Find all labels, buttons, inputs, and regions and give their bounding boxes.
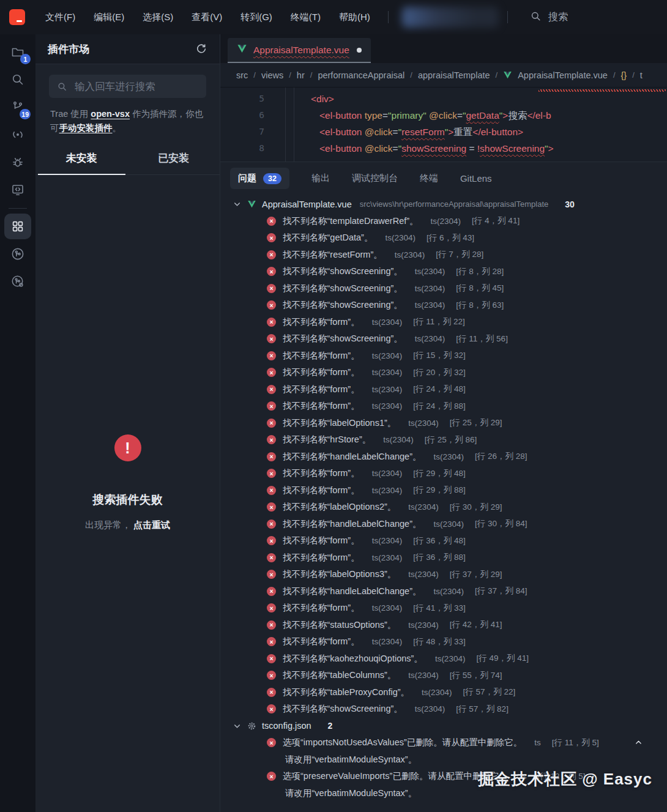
breadcrumb-item[interactable]: AppraisalTemplate.vue (518, 70, 608, 80)
problem-source: ts(2304) (415, 284, 445, 293)
editor-tab-label: AppraisalTemplate.vue (253, 45, 349, 56)
problem-row[interactable]: ×找不到名称“form”。ts(2304)[行 29，列 88] (220, 482, 667, 499)
global-search[interactable]: 搜索 (530, 10, 568, 24)
breadcrumb-item[interactable]: {} (621, 70, 627, 80)
activity-code-screen[interactable] (4, 177, 31, 203)
problem-row[interactable]: ×找不到名称“showScreening”。ts(2304)[行 8，列 45] (220, 280, 667, 297)
breadcrumb-item[interactable]: performanceAppraisal (318, 70, 404, 80)
problem-message-line2[interactable]: 请改用“verbatimModuleSyntax”。 (220, 751, 667, 769)
activity-explorer[interactable]: 1 (4, 39, 31, 65)
error-icon: × (267, 469, 276, 478)
problem-row[interactable]: ×找不到名称“hrStore”。ts(2304)[行 25，列 86] (220, 431, 667, 449)
plugin-search-box (49, 75, 206, 98)
problem-message-line2[interactable]: 请改用“verbatimModuleSyntax”。 (220, 785, 667, 802)
error-icon: × (267, 368, 276, 377)
problem-row[interactable]: ×找不到名称“form”。ts(2304)[行 36，列 48] (220, 532, 667, 549)
problem-row[interactable]: ×找不到名称“form”。ts(2304)[行 48，列 33] (220, 633, 667, 650)
problem-row[interactable]: ×找不到名称“getData”。ts(2304)[行 6，列 43] (220, 229, 667, 247)
plugin-tab-not-installed[interactable]: 未安装 (35, 143, 128, 174)
breadcrumb-item[interactable]: hr (297, 70, 305, 80)
menu-help[interactable]: 帮助(H) (331, 8, 378, 27)
activity-gitlens[interactable] (4, 241, 31, 267)
problem-row[interactable]: ×找不到名称“showScreening”。ts(2304)[行 8，列 28] (220, 263, 667, 280)
activity-source-control[interactable]: 19 (4, 94, 31, 120)
problem-message: 找不到名称“getData”。 (283, 232, 373, 244)
activity-debug[interactable] (4, 149, 31, 175)
open-vsx-link[interactable]: open-vsx (91, 109, 130, 119)
error-icon: × (267, 419, 276, 428)
unsaved-dot-icon[interactable] (357, 48, 362, 53)
panel-tab-gitlens[interactable]: GitLens (460, 173, 492, 184)
problem-row[interactable]: ×选项“preserveValueImports”已删除。请从配置中删除它。ts… (220, 768, 667, 785)
breadcrumb-item[interactable]: t (640, 70, 643, 80)
line-number: 8 (220, 140, 264, 157)
problem-row[interactable]: ×找不到名称“form”。ts(2304)[行 29，列 48] (220, 465, 667, 482)
problem-row[interactable]: ×找不到名称“form”。ts(2304)[行 24，列 48] (220, 381, 667, 398)
problem-row[interactable]: ×找不到名称“showScreening”。ts(2304)[行 11，列 56… (220, 330, 667, 348)
menu-file[interactable]: 文件(F) (37, 8, 83, 27)
problem-message: 找不到名称“handleLabelChange”。 (283, 451, 421, 463)
problem-row[interactable]: ×找不到名称“form”。ts(2304)[行 36，列 88] (220, 549, 667, 567)
code-token: <el-button (319, 127, 362, 137)
problem-row[interactable]: ×找不到名称“tableProxyConfig”。ts(2304)[行 57，列… (220, 684, 667, 701)
problem-source: ts(2304) (415, 704, 445, 713)
chevron-down-icon[interactable] (233, 199, 242, 209)
breadcrumb-item[interactable]: src (236, 70, 248, 80)
panel-tab-terminal[interactable]: 终端 (420, 173, 438, 184)
menu-edit[interactable]: 编辑(E) (86, 8, 132, 27)
activity-extensions[interactable] (4, 214, 31, 239)
problem-message: 找不到名称“labelOptions3”。 (283, 568, 396, 580)
problem-row[interactable]: ×找不到名称“form”。ts(2304)[行 41，列 33] (220, 600, 667, 617)
activity-search[interactable] (4, 67, 31, 92)
error-icon: × (267, 351, 276, 360)
activity-gitlens-inspect[interactable] (4, 269, 31, 294)
editor-tab-appraisaltemplate[interactable]: AppraisalTemplate.vue (228, 38, 371, 63)
panel-tab-problems[interactable]: 问题32 (230, 168, 289, 189)
problem-row[interactable]: ×找不到名称“showScreening”。ts(2304)[行 8，列 63] (220, 297, 667, 314)
problem-row[interactable]: ×找不到名称“handleLabelChange”。ts(2304)[行 30，… (220, 516, 667, 533)
problem-row[interactable]: ×找不到名称“handleLabelChange”。ts(2304)[行 26，… (220, 449, 667, 466)
problem-source: ts(2304) (372, 469, 403, 478)
plugin-tab-installed[interactable]: 已安装 (128, 143, 220, 174)
panel-tab-output[interactable]: 输出 (311, 173, 330, 184)
panel-tab-debug-console[interactable]: 调试控制台 (352, 173, 398, 184)
plugin-search-input[interactable] (73, 80, 198, 93)
chevron-down-icon[interactable] (233, 721, 242, 731)
problem-row[interactable]: ×找不到名称“labelOptions3”。ts(2304)[行 37，列 29… (220, 566, 667, 583)
code-editor[interactable]: 5<div>6<el-button type="primary" @click=… (220, 87, 667, 162)
problems-group-header[interactable]: tsconfig.json2 (220, 718, 667, 735)
menu-view[interactable]: 查看(V) (184, 8, 230, 27)
problem-row[interactable]: ×找不到名称“form”。ts(2304)[行 20，列 32] (220, 364, 667, 381)
problem-position: [行 6，列 43] (427, 233, 474, 244)
global-search-label: 搜索 (548, 10, 568, 24)
problem-row[interactable]: ×找不到名称“kaohezhouqiOptions”。ts(2304)[行 49… (220, 650, 667, 668)
menu-go[interactable]: 转到(G) (233, 8, 280, 27)
retry-button[interactable]: 点击重试 (133, 520, 170, 530)
problem-row[interactable]: ×找不到名称“statusOptions”。ts(2304)[行 42，列 41… (220, 617, 667, 634)
problem-row[interactable]: ×找不到名称“form”。ts(2304)[行 15，列 32] (220, 348, 667, 365)
problem-row[interactable]: ×找不到名称“handleLabelChange”。ts(2304)[行 37，… (220, 583, 667, 600)
problem-row[interactable]: ×找不到名称“form”。ts(2304)[行 11，列 22] (220, 314, 667, 331)
problem-row[interactable]: ×找不到名称“labelOptions1”。ts(2304)[行 25，列 29… (220, 415, 667, 432)
breadcrumb-item[interactable]: appraisalTemplate (418, 70, 490, 80)
breadcrumb-item[interactable]: views (261, 70, 283, 80)
trae-logo-icon (9, 9, 25, 25)
activity-remote[interactable] (4, 122, 31, 147)
problem-position: [行 8，列 63] (456, 300, 504, 311)
problem-row[interactable]: ×找不到名称“templateDrawerRef”。ts(2304)[行 4，列… (220, 213, 667, 230)
menu-terminal[interactable]: 终端(T) (283, 8, 329, 27)
menu-selection[interactable]: 选择(S) (135, 8, 181, 27)
code-token: "primary" (388, 110, 427, 121)
problem-row[interactable]: ×找不到名称“resetForm”。ts(2304)[行 7，列 28] (220, 247, 667, 264)
problem-position: [行 24，列 48] (413, 384, 466, 395)
collapse-chevron-up-icon[interactable] (635, 739, 643, 747)
problem-row[interactable]: ×找不到名称“labelOptions2”。ts(2304)[行 30，列 29… (220, 499, 667, 516)
code-token: @click (362, 127, 392, 137)
problems-group-header[interactable]: AppraisalTemplate.vuesrc\views\hr\perfor… (220, 196, 667, 213)
problem-row[interactable]: ×找不到名称“showScreening”。ts(2304)[行 57，列 82… (220, 701, 667, 718)
problem-row[interactable]: ×找不到名称“form”。ts(2304)[行 24，列 88] (220, 398, 667, 415)
problem-row[interactable]: ×选项“importsNotUsedAsValues”已删除。请从配置中删除它。… (220, 734, 667, 751)
problem-row[interactable]: ×找不到名称“tableColumns”。ts(2304)[行 55，列 74] (220, 667, 667, 684)
manual-install-link[interactable]: 手动安装插件 (59, 123, 113, 133)
refresh-icon[interactable] (195, 43, 207, 55)
